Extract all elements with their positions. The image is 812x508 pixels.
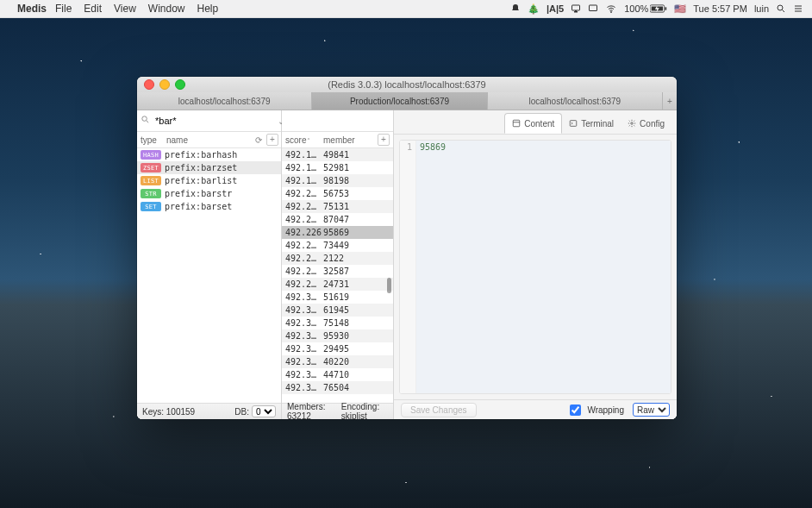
member-row[interactable]: 492.2…56753: [282, 187, 393, 200]
member-row[interactable]: 492.3…44710: [282, 368, 393, 381]
refresh-keys-icon[interactable]: ⟳: [253, 134, 265, 146]
member-row[interactable]: 492.3…61945: [282, 304, 393, 317]
key-search-input[interactable]: [153, 115, 276, 127]
adobe-icon[interactable]: |A| 5: [547, 3, 564, 14]
encoding-label: Encoding: skiplist: [341, 402, 388, 419]
wrapping-checkbox[interactable]: [570, 405, 581, 416]
window-titlebar[interactable]: (Redis 3.0.3) localhost/localhost:6379: [137, 77, 677, 92]
member-row[interactable]: 492.3…95930: [282, 329, 393, 342]
wifi-icon[interactable]: [605, 3, 617, 14]
menubar-item-help[interactable]: Help: [197, 3, 219, 15]
add-connection-tab[interactable]: +: [663, 92, 677, 110]
member-row[interactable]: 492.3…29495: [282, 342, 393, 355]
add-key-icon[interactable]: +: [266, 134, 278, 146]
notification-icon[interactable]: [510, 3, 521, 14]
member-row[interactable]: 492.2…75131: [282, 200, 393, 213]
members-header-member[interactable]: member: [323, 135, 378, 145]
menubar-item-view[interactable]: View: [114, 3, 136, 15]
member-score: 492.3…: [282, 331, 323, 341]
display-icon[interactable]: [588, 3, 598, 14]
member-score: 492.3…: [282, 318, 323, 328]
member-row[interactable]: 492.2…2122: [282, 252, 393, 265]
tab-label: localhost/localhost:6379: [528, 97, 621, 106]
menubar-clock[interactable]: Tue 5:57 PM: [693, 3, 747, 14]
member-row[interactable]: 492.3…51619: [282, 291, 393, 304]
scrollbar-thumb[interactable]: [387, 278, 391, 293]
flag-icon[interactable]: 🇺🇸: [674, 3, 686, 15]
airplay-icon[interactable]: [571, 3, 581, 14]
window-close-button[interactable]: [144, 79, 154, 90]
menubar-item-window[interactable]: Window: [148, 3, 185, 15]
editor-content[interactable]: 95869: [416, 141, 671, 393]
member-row[interactable]: 492.2…32587: [282, 265, 393, 278]
member-value: 40220: [323, 357, 393, 367]
member-row[interactable]: 492.22695869: [282, 226, 393, 239]
member-value: 56753: [323, 189, 393, 198]
db-select[interactable]: 0: [252, 405, 276, 417]
save-changes-button[interactable]: Save Changes: [401, 403, 477, 417]
member-row[interactable]: 492.1…98198: [282, 174, 393, 187]
member-value: 76504: [323, 383, 393, 392]
menubar-item-file[interactable]: File: [55, 3, 72, 15]
view-tab-content[interactable]: Content: [504, 113, 562, 134]
member-row[interactable]: 492.1…52981: [282, 161, 393, 174]
member-value: 49841: [323, 150, 393, 160]
connection-tab-1[interactable]: Production/localhost:6379: [312, 92, 487, 110]
add-member-icon[interactable]: +: [378, 134, 390, 146]
member-row[interactable]: 492.3…75148: [282, 317, 393, 329]
members-status-bar: Members: 63212 Encoding: skiplist: [282, 403, 393, 419]
spotlight-icon[interactable]: [776, 3, 786, 14]
member-score: 492.1…: [282, 150, 323, 160]
terminal-icon: [569, 119, 578, 128]
menu-extras-icon[interactable]: [793, 3, 803, 14]
member-row[interactable]: 492.2…24731: [282, 278, 393, 291]
key-row[interactable]: SETprefix:barset: [137, 200, 281, 213]
member-value: 52981: [323, 163, 393, 172]
members-header-score[interactable]: score˄: [282, 135, 323, 145]
view-tab-terminal[interactable]: Terminal: [562, 113, 621, 134]
keys-header-type[interactable]: type: [137, 135, 166, 145]
tab-label: Production/localhost:6379: [350, 97, 449, 106]
keys-header-name[interactable]: name: [166, 135, 251, 145]
key-search-row: ⌄: [137, 110, 281, 132]
view-mode-select[interactable]: Raw: [633, 403, 670, 417]
member-value: 44710: [323, 370, 393, 379]
wrapping-toggle[interactable]: Wrapping: [566, 402, 624, 418]
member-row[interactable]: 492.2…87047: [282, 213, 393, 226]
type-badge: SET: [141, 202, 161, 211]
editor-footer: Save Changes Wrapping Raw: [394, 399, 677, 419]
db-label: DB:: [234, 407, 249, 417]
member-score: 492.2…: [282, 215, 323, 224]
connection-tab-0[interactable]: localhost/localhost:6379: [137, 92, 312, 110]
mac-menubar: Medis File Edit View Window Help 🎄 |A| 5…: [0, 0, 812, 18]
key-name: prefix:barset: [165, 202, 232, 211]
window-minimize-button[interactable]: [159, 79, 170, 90]
member-value: 95930: [323, 331, 393, 341]
member-row[interactable]: 492.2…73449: [282, 239, 393, 252]
member-row[interactable]: 492.3…40220: [282, 355, 393, 368]
view-tab-label: Content: [524, 119, 554, 129]
menubar-app-name[interactable]: Medis: [17, 3, 47, 15]
member-score: 492.226: [282, 228, 323, 237]
window-maximize-button[interactable]: [175, 79, 185, 90]
value-editor[interactable]: 1 95869: [399, 140, 671, 394]
battery-status[interactable]: 100%: [624, 3, 667, 14]
member-row[interactable]: 492.1…49841: [282, 148, 393, 161]
svg-rect-0: [572, 5, 580, 10]
svg-rect-9: [571, 121, 578, 127]
line-number: 1: [400, 142, 415, 154]
key-row[interactable]: LISTprefix:barlist: [137, 174, 281, 187]
member-value: 29495: [323, 344, 393, 354]
connection-tab-2[interactable]: localhost/localhost:6379: [488, 92, 663, 110]
menubar-user[interactable]: luin: [754, 3, 769, 14]
svg-rect-8: [514, 120, 521, 127]
view-tab-config[interactable]: Config: [621, 113, 671, 134]
member-row[interactable]: 492.3…76504: [282, 381, 393, 394]
tree-icon[interactable]: 🎄: [528, 3, 540, 15]
key-row[interactable]: ZSETprefix:barzset: [137, 161, 281, 174]
wrapping-label: Wrapping: [587, 405, 624, 415]
key-row[interactable]: STRprefix:barstr: [137, 187, 281, 200]
menubar-item-edit[interactable]: Edit: [84, 3, 102, 15]
member-score: 492.2…: [282, 279, 323, 289]
key-row[interactable]: HASHprefix:barhash: [137, 148, 281, 161]
